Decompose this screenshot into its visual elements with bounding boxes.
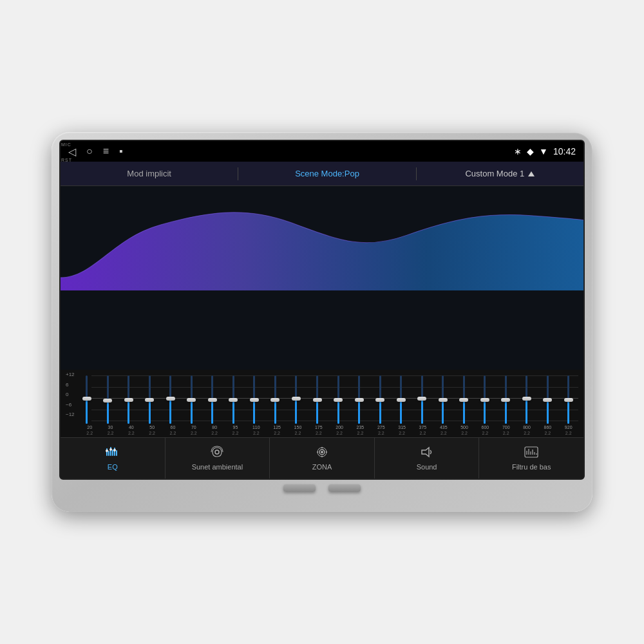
freq-q-435: 2.2 <box>440 431 447 436</box>
slider-fill-150 <box>295 399 297 424</box>
freq-label-110: 1102.2 <box>247 425 266 436</box>
slider-track-860 <box>547 375 549 424</box>
slider-thumb-40[interactable] <box>124 398 133 402</box>
slider-thumb-860[interactable] <box>543 398 552 402</box>
slider-thumb-920[interactable] <box>564 398 573 402</box>
freq-q-40: 2.2 <box>128 431 135 436</box>
menu-button[interactable]: ≡ <box>103 146 109 157</box>
freq-q-95: 2.2 <box>232 431 239 436</box>
mode-custom[interactable]: Custom Mode 1 <box>417 169 583 178</box>
slider-thumb-175[interactable] <box>313 398 322 402</box>
slider-fill-800 <box>526 399 527 424</box>
slider-col-40[interactable] <box>119 375 139 424</box>
nav-sound[interactable]: Sound <box>375 438 480 478</box>
slider-thumb-275[interactable] <box>375 398 384 402</box>
svg-rect-4 <box>112 450 113 456</box>
location-icon: ◆ <box>527 146 534 156</box>
slider-col-110[interactable] <box>245 375 265 424</box>
slider-col-920[interactable] <box>558 375 578 424</box>
back-button[interactable]: ◁ <box>68 146 76 158</box>
eq-visualization <box>61 186 583 370</box>
slider-col-50[interactable] <box>140 375 160 424</box>
slider-col-60[interactable] <box>161 375 181 424</box>
slider-thumb-50[interactable] <box>145 398 154 402</box>
mode-bar: Mod implicit Scene Mode:Pop Custom Mode … <box>61 162 583 186</box>
svg-point-8 <box>109 448 112 451</box>
bottom-strip <box>59 482 585 494</box>
slider-col-500[interactable] <box>454 375 474 424</box>
slider-col-600[interactable] <box>475 375 495 424</box>
slider-thumb-600[interactable] <box>480 398 489 402</box>
wifi-icon: ▼ <box>539 146 548 156</box>
main-content: Mod implicit Scene Mode:Pop Custom Mode … <box>61 162 583 478</box>
freq-hz-70: 70 <box>191 425 196 430</box>
mode-scene[interactable]: Scene Mode:Pop <box>238 169 415 178</box>
slider-col-150[interactable] <box>287 375 307 424</box>
slider-thumb-125[interactable] <box>270 398 279 402</box>
nav-ambient-label: Sunet ambiental <box>192 463 243 471</box>
bottom-btn-right[interactable] <box>328 484 361 492</box>
slider-col-30[interactable] <box>98 375 118 424</box>
slider-col-175[interactable] <box>307 375 327 424</box>
slider-thumb-150[interactable] <box>292 397 301 401</box>
freq-label-600: 6002.2 <box>475 425 495 436</box>
slider-col-70[interactable] <box>182 375 202 424</box>
slider-thumb-200[interactable] <box>334 398 343 402</box>
freq-hz-50: 50 <box>149 425 155 430</box>
slider-thumb-315[interactable] <box>397 398 406 402</box>
eq-icon <box>105 446 120 460</box>
slider-thumb-435[interactable] <box>439 398 448 402</box>
slider-col-375[interactable] <box>412 375 432 424</box>
slider-col-860[interactable] <box>538 375 558 424</box>
freq-label-235: 2352.2 <box>350 425 370 436</box>
slider-thumb-500[interactable] <box>459 398 468 402</box>
device-shell: MIC RST ◁ ○ ≡ ▪ ∗ ◆ ▼ 10:42 Mod implicit <box>52 132 592 512</box>
slider-track-110 <box>253 375 255 424</box>
freq-q-80: 2.2 <box>211 431 218 436</box>
nav-ambient[interactable]: Sunet ambiental <box>166 438 270 478</box>
slider-track-315 <box>400 375 402 424</box>
slider-col-235[interactable] <box>349 375 369 424</box>
freq-q-375: 2.2 <box>420 431 426 436</box>
eq-sliders: +12 6 0 −6 −12 <box>61 370 583 437</box>
recent-button[interactable]: ▪ <box>119 146 123 157</box>
freq-q-275: 2.2 <box>378 431 384 436</box>
sliders-row <box>77 372 578 424</box>
slider-col-275[interactable] <box>370 375 390 424</box>
slider-thumb-70[interactable] <box>187 398 196 402</box>
slider-col-435[interactable] <box>433 375 453 424</box>
ambient-icon <box>209 446 225 460</box>
slider-thumb-60[interactable] <box>166 397 175 401</box>
slider-track-235 <box>358 375 360 424</box>
slider-fill-200 <box>337 400 339 424</box>
nav-eq[interactable]: EQ <box>61 438 166 478</box>
slider-thumb-110[interactable] <box>250 398 259 402</box>
slider-col-20[interactable] <box>77 375 97 424</box>
slider-thumb-800[interactable] <box>522 397 531 401</box>
bottom-nav: EQ Sunet ambiental <box>61 437 583 478</box>
slider-col-125[interactable] <box>265 375 285 424</box>
slider-thumb-235[interactable] <box>355 398 364 402</box>
bottom-btn-left[interactable] <box>283 484 316 492</box>
slider-col-800[interactable] <box>516 375 536 424</box>
slider-thumb-30[interactable] <box>103 399 112 402</box>
freq-label-80: 802.2 <box>205 425 224 436</box>
slider-thumb-700[interactable] <box>501 398 510 402</box>
freq-q-500: 2.2 <box>461 431 468 436</box>
slider-thumb-80[interactable] <box>208 398 217 402</box>
slider-thumb-20[interactable] <box>82 397 91 401</box>
slider-col-200[interactable] <box>328 375 348 424</box>
mode-implicit[interactable]: Mod implicit <box>61 169 238 178</box>
home-button[interactable]: ○ <box>86 146 93 157</box>
nav-zona[interactable]: ZONA <box>270 438 375 478</box>
freq-hz-800: 800 <box>523 425 531 430</box>
rst-label: RST <box>61 158 72 162</box>
slider-thumb-375[interactable] <box>417 397 426 401</box>
slider-thumb-95[interactable] <box>229 398 238 402</box>
slider-track-95 <box>232 375 234 424</box>
slider-col-700[interactable] <box>496 375 516 424</box>
slider-col-80[interactable] <box>203 375 223 424</box>
slider-col-315[interactable] <box>391 375 411 424</box>
nav-bass[interactable]: Filtru de bas <box>479 438 583 478</box>
slider-col-95[interactable] <box>223 375 243 424</box>
